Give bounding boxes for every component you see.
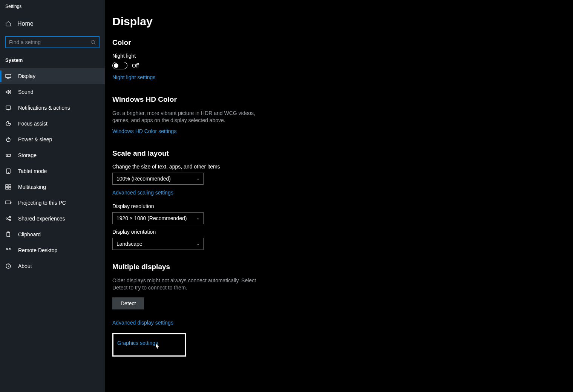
svg-line-1 — [94, 43, 96, 45]
svg-rect-12 — [9, 185, 11, 187]
sidebar-item-label: Shared experiences — [18, 216, 65, 222]
sidebar-item-label: Power & sleep — [18, 136, 52, 142]
sidebar-item-tablet-mode[interactable]: Tablet mode — [0, 163, 105, 179]
hd-color-heading: Windows HD Color — [112, 95, 376, 104]
svg-rect-2 — [6, 74, 11, 78]
section-multiple-displays: Multiple displays Older displays might n… — [112, 263, 376, 357]
sidebar-group-label: System — [0, 55, 105, 68]
projecting-icon — [5, 200, 11, 206]
night-light-state: Off — [132, 63, 139, 69]
svg-rect-11 — [6, 185, 8, 187]
sidebar-item-projecting[interactable]: Projecting to this PC — [0, 195, 105, 211]
page-title: Display — [112, 15, 376, 28]
sound-icon — [5, 89, 11, 95]
search-input[interactable] — [5, 36, 100, 48]
sidebar: Settings Home System Display Sound Notif… — [0, 0, 105, 392]
advanced-scaling-link[interactable]: Advanced scaling settings — [112, 190, 173, 196]
text-size-value: 100% (Recommended) — [116, 176, 171, 182]
clipboard-icon — [5, 231, 11, 237]
sidebar-item-label: Projecting to this PC — [18, 200, 66, 206]
svg-rect-15 — [6, 201, 10, 204]
night-light-label: Night light — [112, 53, 376, 59]
sidebar-item-notifications[interactable]: Notifications & actions — [0, 100, 105, 116]
sidebar-item-about[interactable]: About — [0, 258, 105, 274]
main-content: Display Color Night light Off Night ligh… — [105, 0, 573, 392]
night-light-toggle[interactable] — [112, 62, 127, 69]
focus-assist-icon — [5, 121, 11, 127]
notifications-icon — [5, 105, 11, 111]
window-title: Settings — [0, 0, 105, 17]
sidebar-item-label: Clipboard — [18, 231, 41, 237]
section-hd-color: Windows HD Color Get a brighter, more vi… — [112, 95, 376, 136]
svg-rect-21 — [7, 232, 10, 237]
scale-heading: Scale and layout — [112, 149, 376, 158]
orientation-dropdown[interactable]: Landscape ⌵ — [112, 238, 204, 250]
sidebar-item-clipboard[interactable]: Clipboard — [0, 227, 105, 242]
shared-icon — [5, 216, 11, 222]
svg-rect-13 — [6, 187, 8, 189]
svg-line-20 — [8, 219, 9, 220]
multitasking-icon — [5, 184, 11, 190]
orientation-label: Display orientation — [112, 229, 376, 235]
multi-heading: Multiple displays — [112, 263, 376, 271]
section-color: Color Night light Off Night light settin… — [112, 38, 376, 83]
sidebar-item-label: Focus assist — [18, 121, 47, 127]
sidebar-item-label: Storage — [18, 152, 37, 158]
sidebar-item-shared-experiences[interactable]: Shared experiences — [0, 211, 105, 227]
hd-color-desc: Get a brighter, more vibrant picture in … — [112, 110, 256, 124]
orientation-value: Landscape — [116, 241, 142, 247]
night-light-settings-link[interactable]: Night light settings — [112, 74, 155, 80]
sidebar-item-multitasking[interactable]: Multitasking — [0, 179, 105, 195]
chevron-down-icon: ⌵ — [197, 216, 199, 220]
sidebar-item-label: Display — [18, 73, 35, 79]
detect-button[interactable]: Detect — [112, 297, 144, 309]
svg-point-18 — [9, 219, 11, 221]
multi-desc: Older displays might not always connect … — [112, 277, 259, 291]
search-icon — [90, 40, 96, 45]
sidebar-item-focus-assist[interactable]: Focus assist — [0, 116, 105, 132]
text-size-dropdown[interactable]: 100% (Recommended) ⌵ — [112, 173, 204, 185]
sidebar-item-sound[interactable]: Sound — [0, 84, 105, 100]
sidebar-home[interactable]: Home — [0, 17, 105, 31]
remote-desktop-icon — [5, 247, 11, 253]
sidebar-item-label: Sound — [18, 89, 33, 95]
svg-point-0 — [91, 40, 95, 44]
sidebar-item-power-sleep[interactable]: Power & sleep — [0, 132, 105, 147]
cursor-icon — [156, 343, 160, 351]
home-label: Home — [17, 20, 34, 27]
resolution-dropdown[interactable]: 1920 × 1080 (Recommended) ⌵ — [112, 212, 204, 224]
text-size-label: Change the size of text, apps, and other… — [112, 164, 376, 170]
svg-point-28 — [8, 265, 9, 265]
chevron-down-icon: ⌵ — [197, 176, 199, 181]
display-icon — [5, 73, 11, 79]
advanced-display-settings-link[interactable]: Advanced display settings — [112, 320, 173, 326]
sidebar-item-label: Multitasking — [18, 184, 46, 190]
storage-icon — [5, 152, 11, 158]
svg-point-16 — [6, 218, 8, 219]
sidebar-item-label: Notifications & actions — [18, 105, 70, 111]
sidebar-item-storage[interactable]: Storage — [0, 147, 105, 163]
tablet-icon — [5, 168, 11, 174]
sidebar-item-remote-desktop[interactable]: Remote Desktop — [0, 242, 105, 258]
sidebar-item-display[interactable]: Display — [0, 68, 105, 84]
hd-color-settings-link[interactable]: Windows HD Color settings — [112, 128, 176, 134]
svg-point-8 — [7, 155, 8, 156]
chevron-down-icon: ⌵ — [197, 241, 199, 246]
sidebar-item-label: Tablet mode — [18, 168, 47, 174]
svg-line-19 — [8, 217, 9, 218]
svg-rect-14 — [9, 187, 11, 189]
sidebar-item-label: Remote Desktop — [18, 247, 57, 253]
power-icon — [5, 136, 11, 142]
sidebar-item-label: About — [18, 263, 32, 269]
svg-point-17 — [9, 216, 11, 218]
color-heading: Color — [112, 38, 376, 47]
graphics-settings-highlight: Graphics settings — [112, 333, 186, 357]
graphics-settings-link[interactable]: Graphics settings — [117, 340, 158, 346]
about-icon — [5, 263, 11, 269]
resolution-value: 1920 × 1080 (Recommended) — [116, 215, 187, 221]
svg-rect-4 — [6, 106, 11, 109]
resolution-label: Display resolution — [112, 203, 376, 209]
home-icon — [5, 21, 11, 27]
section-scale-layout: Scale and layout Change the size of text… — [112, 149, 376, 250]
